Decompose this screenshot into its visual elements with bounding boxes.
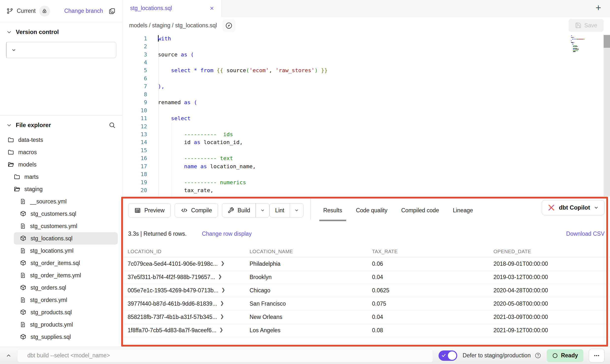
yml-file-icon (20, 198, 26, 205)
cell-location-name: Chicago (245, 287, 367, 294)
lint-button[interactable]: Lint (270, 203, 304, 217)
file-item-marts[interactable]: marts (0, 171, 122, 183)
file-item--sources-yml[interactable]: __sources.yml (0, 195, 122, 208)
build-dropdown[interactable] (256, 203, 269, 217)
model-file-icon (20, 235, 27, 242)
expand-cell-icon[interactable]: ❯ (220, 300, 224, 306)
tab-title: stg_locations.sql (130, 5, 210, 12)
chevron-up-icon[interactable] (5, 352, 12, 359)
expand-cell-icon[interactable]: ❯ (218, 274, 222, 279)
code-editor[interactable]: 1with23source as (45 select * from {{ so… (123, 34, 610, 197)
file-item-stg-supplies-sql[interactable]: stg_supplies.sql (0, 331, 122, 343)
table-row[interactable]: 858218fb-73f7-4b1b-a31f-57b345...❯New Or… (123, 311, 610, 324)
file-item-stg-order-items-yml[interactable]: stg_order_items.yml (0, 269, 122, 281)
compile-button[interactable]: Compile (175, 203, 218, 217)
code-line-10: 10 (123, 106, 610, 114)
dbt-copilot-button[interactable]: dbt Copilot (542, 200, 605, 215)
table-row[interactable]: 7c079cea-5ed4-4101-906e-9198c...❯Philade… (123, 257, 610, 271)
table-row[interactable]: 005e7e1c-1935-4269-b479-0713b...❯Chicago… (123, 284, 610, 297)
line-number: 18 (123, 171, 147, 177)
expand-cell-icon[interactable]: ❯ (219, 327, 223, 332)
new-tab-button[interactable]: + (596, 3, 601, 12)
check-icon (441, 353, 446, 359)
expand-cell-icon[interactable]: ❯ (220, 314, 224, 319)
help-icon[interactable] (535, 352, 541, 359)
panel-tab-code-quality[interactable]: Code quality (356, 204, 388, 217)
table-row[interactable]: 1f8ffa70-7cb5-4d83-8a7f-9aceef6...❯Los A… (123, 324, 610, 337)
file-item-models[interactable]: models (0, 158, 122, 171)
preview-button[interactable]: Preview (128, 203, 171, 217)
model-file-icon (20, 260, 27, 266)
panel-tab-compiled-code[interactable]: Compiled code (401, 204, 439, 217)
defer-toggle[interactable] (439, 350, 457, 361)
line-number: 17 (123, 163, 147, 169)
table-row[interactable]: 3977f440-b87d-461b-9dd6-81839...❯San Fra… (123, 297, 610, 311)
file-item-stg-customers-sql[interactable]: stg_customers.sql (0, 208, 122, 220)
save-button[interactable]: Save (569, 19, 604, 32)
file-item-stg-locations-yml[interactable]: stg_locations.yml (0, 245, 122, 257)
file-item-staging[interactable]: staging (0, 183, 122, 195)
navigate-icon[interactable] (222, 19, 235, 32)
code-icon (181, 207, 188, 214)
current-branch-label: Current (17, 8, 36, 14)
lint-dropdown[interactable] (290, 203, 303, 217)
command-input[interactable]: dbt build --select <model_name> (17, 349, 433, 362)
file-item-stg-orders-yml[interactable]: stg_orders.yml (0, 294, 122, 306)
cell-location-id: 37e5f311-b7f4-4f2f-988b-719657...❯ (123, 274, 245, 281)
code-line-4: 4 (123, 58, 610, 66)
file-item-label: stg_customers.yml (30, 223, 77, 230)
build-button[interactable]: Build (222, 203, 270, 217)
scrollbar-thumb[interactable] (604, 35, 610, 48)
file-explorer-header[interactable]: File explorer (0, 116, 122, 132)
editor-scrollbar[interactable] (604, 35, 610, 197)
line-number: 2 (123, 43, 147, 50)
file-item-stg-products-sql[interactable]: stg_products.sql (0, 306, 122, 318)
file-item-label: stg_orders.sql (31, 284, 66, 291)
file-item-label: macros (18, 149, 37, 156)
expand-cell-icon[interactable]: ❯ (221, 287, 225, 293)
file-item-stg-products-yml[interactable]: stg_products.yml (0, 318, 122, 331)
download-csv-link[interactable]: Download CSV (566, 231, 605, 237)
file-item-label: marts (24, 174, 39, 180)
file-item-label: stg_orders.yml (30, 297, 67, 303)
code-line-20: 20 tax_rate, (123, 186, 610, 194)
file-item-macros[interactable]: macros (0, 146, 122, 158)
file-item-stg-orders-sql[interactable]: stg_orders.sql (0, 281, 122, 294)
minimap[interactable] (571, 35, 601, 52)
code-line-16: 16 ---------- text (123, 154, 610, 162)
code-line-3: 3source as ( (123, 50, 610, 58)
version-control-header[interactable]: Version control (0, 22, 122, 38)
create-branch-dropdown[interactable] (7, 42, 21, 58)
more-options-button[interactable] (589, 349, 605, 363)
model-file-icon (20, 210, 27, 217)
file-item-stg-locations-sql[interactable]: stg_locations.sql (14, 232, 118, 245)
cell-location-id: 1f8ffa70-7cb5-4d83-8a7f-9aceef6...❯ (123, 327, 245, 334)
ide-status-badge[interactable]: Ready (547, 349, 583, 362)
line-number: 4 (123, 59, 147, 66)
search-icon[interactable] (108, 121, 116, 129)
cell-opened-date: 2020-05-08T00:00:00 (489, 300, 610, 307)
file-item-data-tests[interactable]: data-tests (0, 134, 122, 146)
folder-open-icon (7, 161, 14, 168)
save-icon (575, 22, 581, 29)
folder-icon (7, 136, 14, 143)
cell-location-id: 005e7e1c-1935-4269-b479-0713b...❯ (123, 287, 245, 294)
file-item-label: stg_supplies.sql (31, 334, 71, 340)
copy-icon[interactable] (108, 7, 116, 15)
column-header-location_name: LOCATION_NAME (245, 249, 367, 254)
panel-tab-lineage[interactable]: Lineage (453, 204, 473, 217)
close-tab-icon[interactable]: × (210, 5, 214, 12)
cell-tax-rate: 0.04 (367, 274, 489, 281)
table-row[interactable]: 37e5f311-b7f4-4f2f-988b-719657...❯Brookl… (123, 271, 610, 284)
file-item-stg-order-items-sql[interactable]: stg_order_items.sql (0, 257, 122, 269)
create-branch-button[interactable]: Create branch (6, 42, 116, 58)
change-row-display-link[interactable]: Change row display (202, 231, 252, 237)
file-item-stg-customers-yml[interactable]: stg_customers.yml (0, 220, 122, 232)
tab-stg-locations[interactable]: stg_locations.sql × (123, 0, 221, 17)
cell-tax-rate: 0.06 (367, 261, 489, 267)
file-item-label: stg_order_items.yml (30, 272, 81, 279)
line-number: 11 (123, 115, 147, 121)
expand-cell-icon[interactable]: ❯ (221, 261, 225, 266)
panel-tab-results[interactable]: Results (323, 204, 342, 217)
change-branch-link[interactable]: Change branch (64, 8, 103, 14)
